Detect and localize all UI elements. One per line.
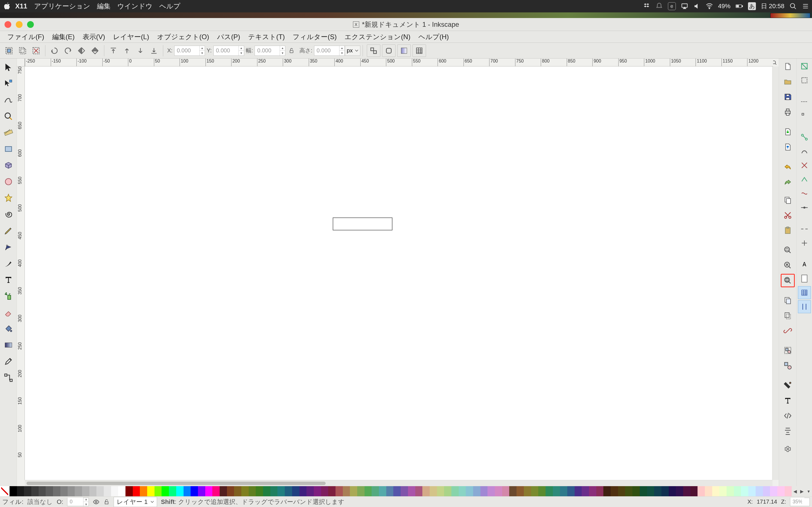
color-swatch[interactable] [784, 486, 792, 496]
color-swatch[interactable] [39, 486, 46, 496]
fullscreen-button[interactable] [27, 21, 34, 28]
unlink-clone-icon[interactable] [781, 324, 795, 337]
save-icon[interactable] [781, 90, 795, 104]
color-swatch[interactable] [502, 486, 509, 496]
color-swatch[interactable] [546, 486, 553, 496]
deselect-icon[interactable] [29, 45, 43, 57]
menu-edit[interactable]: 編集 [97, 2, 110, 11]
snap-path-icon[interactable] [798, 145, 811, 158]
bucket-tool-icon[interactable] [1, 321, 16, 336]
airplay-icon[interactable] [681, 3, 688, 10]
vertical-scrollbar[interactable] [772, 66, 779, 480]
opacity-field[interactable]: ▲▼ [67, 498, 89, 506]
color-swatch[interactable] [444, 486, 451, 496]
color-swatch[interactable] [705, 486, 712, 496]
color-swatch[interactable] [401, 486, 408, 496]
menu-help[interactable]: ヘルプ(H) [414, 31, 453, 43]
color-swatch[interactable] [299, 486, 307, 496]
color-swatch[interactable] [292, 486, 299, 496]
snap-bbox-corner-icon[interactable] [798, 109, 811, 122]
print-icon[interactable] [781, 105, 795, 119]
tweak-tool-icon[interactable] [1, 93, 16, 108]
color-swatch[interactable] [184, 486, 191, 496]
color-swatch[interactable] [371, 486, 379, 496]
snap-bbox-edge-icon[interactable] [798, 95, 811, 108]
fill-value[interactable]: 該当なし [28, 498, 53, 506]
xml-dialog-icon[interactable] [781, 409, 795, 422]
battery-percentage[interactable]: 49% [718, 3, 730, 10]
no-color-swatch[interactable] [0, 486, 10, 496]
color-swatch[interactable] [198, 486, 205, 496]
fill-stroke-dialog-icon[interactable] [781, 379, 795, 392]
close-button[interactable] [4, 21, 11, 28]
color-swatch[interactable] [350, 486, 357, 496]
star-tool-icon[interactable] [1, 190, 16, 206]
snap-smooth-icon[interactable] [798, 187, 811, 200]
copy-icon[interactable] [781, 193, 795, 207]
menu-path[interactable]: パス(P) [213, 31, 244, 43]
lower-icon[interactable] [134, 45, 147, 57]
color-swatch[interactable] [379, 486, 386, 496]
menu-help[interactable]: ヘルプ [159, 2, 181, 11]
color-swatch[interactable] [161, 486, 169, 496]
palette-menu-icon[interactable]: ▾ [805, 486, 812, 496]
duplicate-icon[interactable] [781, 293, 795, 307]
menu-filter[interactable]: フィルター(S) [289, 31, 341, 43]
menu-application[interactable]: アプリケーション [34, 2, 90, 11]
3dbox-tool-icon[interactable] [1, 158, 16, 173]
color-swatch[interactable] [748, 486, 756, 496]
color-swatch[interactable] [618, 486, 625, 496]
color-swatch[interactable] [726, 486, 734, 496]
snap-text-baseline-icon[interactable] [798, 258, 811, 271]
color-swatch[interactable] [676, 486, 683, 496]
color-swatch[interactable] [321, 486, 328, 496]
color-swatch[interactable] [306, 486, 314, 496]
x-input[interactable] [174, 46, 199, 55]
color-swatch[interactable] [531, 486, 539, 496]
node-tool-icon[interactable] [1, 76, 16, 91]
w-input[interactable] [255, 46, 280, 55]
apple-logo-icon[interactable] [3, 2, 11, 10]
text-tool-icon[interactable] [1, 272, 16, 287]
color-swatch[interactable] [46, 486, 53, 496]
menu-object[interactable]: オブジェクト(O) [153, 31, 213, 43]
zoom-input[interactable] [790, 498, 804, 506]
color-swatch[interactable] [516, 486, 524, 496]
color-swatch[interactable] [669, 486, 676, 496]
color-swatch[interactable] [603, 486, 611, 496]
menu-text[interactable]: テキスト(T) [244, 31, 289, 43]
snap-other-icon[interactable] [798, 223, 811, 235]
affect-pattern-icon[interactable] [412, 45, 426, 57]
color-swatch[interactable] [249, 486, 256, 496]
rotate-cw-icon[interactable] [61, 45, 75, 57]
palette-scroll-left[interactable]: ◀ [792, 486, 799, 496]
color-swatch[interactable] [118, 486, 125, 496]
group-icon[interactable] [781, 344, 795, 357]
color-swatch[interactable] [75, 486, 82, 496]
h-input[interactable] [314, 46, 339, 55]
color-swatch[interactable] [574, 486, 582, 496]
color-swatch[interactable] [756, 486, 763, 496]
minimize-button[interactable] [16, 21, 22, 28]
x-field[interactable]: ▲▼ [174, 46, 205, 56]
layer-selector[interactable]: レイヤー 1 [114, 497, 157, 507]
color-swatch[interactable] [82, 486, 89, 496]
color-swatch[interactable] [589, 486, 596, 496]
menu-window[interactable]: ウインドウ [117, 2, 153, 11]
wifi-icon[interactable] [706, 3, 713, 10]
color-swatch[interactable] [328, 486, 336, 496]
cut-icon[interactable] [781, 209, 795, 222]
color-swatch[interactable] [357, 486, 364, 496]
color-swatch[interactable] [147, 486, 154, 496]
color-swatch[interactable] [459, 486, 466, 496]
color-swatch[interactable] [285, 486, 292, 496]
color-swatch[interactable] [53, 486, 60, 496]
calligraphy-tool-icon[interactable] [1, 256, 16, 271]
lower-bottom-icon[interactable] [147, 45, 161, 57]
unit-select[interactable]: px [345, 46, 360, 56]
spotlight-icon[interactable] [790, 3, 797, 10]
color-swatch[interactable] [68, 486, 75, 496]
color-swatch[interactable] [205, 486, 213, 496]
color-swatch[interactable] [632, 486, 640, 496]
color-swatch[interactable] [270, 486, 278, 496]
